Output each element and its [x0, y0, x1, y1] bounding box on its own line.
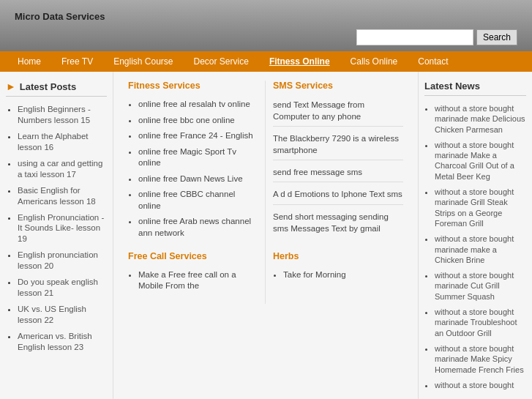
list-item[interactable]: online free al resalah tv online	[138, 99, 258, 111]
herbs-title: Herbs	[273, 251, 403, 264]
list-item[interactable]: without a store bought marinade Cut Gril…	[435, 270, 526, 302]
list-item[interactable]: without a store bought	[435, 380, 526, 390]
news-list: without a store bought marinade make Del…	[424, 103, 526, 390]
list-item[interactable]: English Beginners - Numbers lesson 15	[18, 104, 107, 126]
center-grid: Fitness Services online free al resalah …	[121, 81, 411, 304]
list-item[interactable]: online free Arab news channel ann networ…	[138, 216, 258, 239]
search-input[interactable]	[356, 29, 473, 45]
search-button[interactable]: Search	[476, 29, 517, 45]
list-item[interactable]: Do you speak english lesson 21	[18, 277, 107, 299]
free-call-section: Free Call Services Make a Free free call…	[121, 251, 266, 304]
right-sidebar: Latest News without a store bought marin…	[419, 72, 532, 399]
list-item[interactable]: Take for Morning	[283, 269, 403, 281]
nav-item-contact[interactable]: Contact	[408, 51, 458, 72]
nav-item-fitness-online[interactable]: Fitness Online	[259, 51, 340, 72]
list-item[interactable]: online free bbc one online	[138, 115, 258, 127]
list-item[interactable]: UK vs. US English lesson 22	[18, 304, 107, 326]
free-call-list: Make a Free free call on a Mobile From t…	[128, 269, 258, 292]
list-item[interactable]: online free Magic Sport Tv online	[138, 146, 258, 169]
list-item[interactable]: online free Dawn News Live	[138, 174, 258, 185]
free-call-title: Free Call Services	[128, 251, 258, 264]
nav-item-english-course[interactable]: English Course	[103, 51, 183, 72]
fitness-section: Fitness Services online free al resalah …	[121, 81, 266, 251]
fitness-list: online free al resalah tv onlineonline f…	[128, 99, 258, 239]
posts-list: English Beginners - Numbers lesson 15Lea…	[6, 104, 107, 353]
herbs-section: Herbs Take for Morning	[266, 251, 411, 304]
list-item[interactable]: English Pronunciation - It Sounds Like- …	[18, 212, 107, 245]
list-item[interactable]: without a store bought marinade make Del…	[435, 103, 526, 135]
list-item[interactable]: The Blackberry 7290 is a wireless smartp…	[273, 133, 403, 160]
search-area: Search	[356, 7, 517, 45]
list-item[interactable]: send Text Message from Computer to any p…	[273, 99, 403, 127]
sms-section: SMS Services send Text Message from Comp…	[266, 81, 411, 251]
list-item[interactable]: online free France 24 - English	[138, 130, 258, 142]
main-content: ► Latest Posts English Beginners - Numbe…	[0, 72, 532, 399]
latest-news-title: Latest News	[424, 81, 526, 96]
list-item[interactable]: A d d Emotions to Iphone Text sms	[273, 188, 403, 204]
left-sidebar: ► Latest Posts English Beginners - Numbe…	[0, 72, 113, 399]
list-item[interactable]: Learn the Alphabet lesson 16	[18, 131, 107, 153]
nav-item-free-tv[interactable]: Free TV	[51, 51, 103, 72]
center-content: Fitness Services online free al resalah …	[113, 72, 419, 399]
latest-posts-title: ► Latest Posts	[6, 81, 107, 97]
list-item[interactable]: without a store bought marinade Grill St…	[435, 187, 526, 228]
list-item[interactable]: without a store bought marinade make a C…	[435, 234, 526, 265]
list-item[interactable]: online free CBBC channel online	[138, 189, 258, 212]
sms-block: send Text Message from Computer to any p…	[273, 99, 403, 238]
nav-item-decor-service[interactable]: Decor Service	[184, 51, 259, 72]
list-item[interactable]: without a store bought marinade Make Spi…	[435, 343, 526, 375]
fitness-title: Fitness Services	[128, 81, 258, 93]
list-item[interactable]: English pronunciation lesson 20	[18, 250, 107, 272]
list-item[interactable]: Make a Free free call on a Mobile From t…	[138, 269, 258, 292]
nav-item-home[interactable]: Home	[7, 51, 51, 72]
list-item[interactable]: Send short messaging sending sms Message…	[273, 211, 403, 238]
list-item[interactable]: without a store bought marinade Troubles…	[435, 307, 526, 338]
sms-title: SMS Services	[273, 81, 403, 93]
list-item[interactable]: Basic English for Americans lesson 18	[18, 185, 107, 207]
arrow-icon: ►	[6, 81, 16, 92]
list-item[interactable]: using a car and getting a taxi lesson 17	[18, 158, 107, 180]
list-item[interactable]: send free message sms	[273, 166, 403, 182]
herbs-list: Take for Morning	[273, 269, 403, 281]
list-item[interactable]: without a store bought marinade Make a C…	[435, 140, 526, 182]
header: Micro Data Services Search	[0, 0, 532, 51]
site-title: Micro Data Services	[15, 7, 105, 22]
nav-item-calls-online[interactable]: Calls Online	[340, 51, 408, 72]
nav: HomeFree TVEnglish CourseDecor ServiceFi…	[0, 51, 532, 72]
list-item[interactable]: American vs. British English lesson 23	[18, 331, 107, 353]
